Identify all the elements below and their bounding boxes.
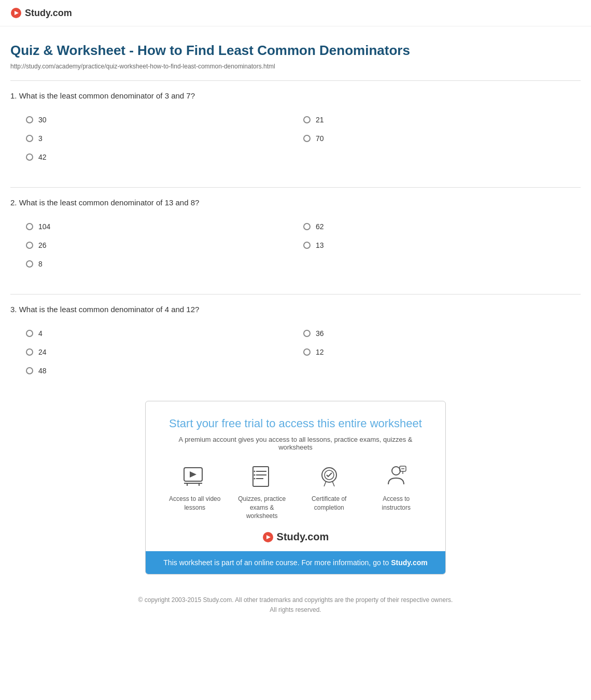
- question-3-options: 4 36 24 12 48: [26, 324, 581, 380]
- option-label: 3: [38, 134, 43, 143]
- radio-q3-12[interactable]: [303, 348, 311, 356]
- question-1-options: 30 21 3 70 42: [26, 110, 581, 166]
- instructor-icon: [383, 464, 409, 489]
- option-q3-48[interactable]: 48: [26, 361, 303, 380]
- option-q3-4[interactable]: 4: [26, 324, 303, 343]
- question-1-text: 1. What is the least common denominator …: [10, 91, 581, 100]
- question-2-options: 104 62 26 13 8: [26, 217, 581, 273]
- option-q3-12[interactable]: 12: [303, 343, 581, 361]
- radio-q2-26[interactable]: [26, 242, 33, 249]
- cta-banner-link[interactable]: Study.com: [391, 558, 428, 567]
- cta-subtitle: A premium account gives you access to al…: [161, 436, 430, 451]
- cta-feature-certificate: Certificate of completion: [301, 464, 358, 521]
- logo-icon: [10, 7, 22, 19]
- option-label: 21: [316, 116, 324, 124]
- option-label: 24: [38, 348, 47, 356]
- option-q3-24[interactable]: 24: [26, 343, 303, 361]
- option-label: 30: [38, 116, 47, 124]
- certificate-icon: [316, 464, 342, 489]
- option-label: 8: [38, 260, 43, 268]
- option-label: 13: [316, 241, 324, 249]
- logo[interactable]: Study.com: [10, 7, 581, 19]
- cta-title: Start your free trial to access this ent…: [161, 417, 430, 430]
- option-label: 70: [316, 134, 324, 143]
- radio-q1-3[interactable]: [26, 135, 33, 142]
- option-q2-26[interactable]: 26: [26, 236, 303, 255]
- list-icon: [249, 464, 275, 489]
- option-label: 62: [316, 222, 324, 231]
- cta-feature-video-label: Access to all video lessons: [166, 495, 223, 512]
- svg-line-17: [332, 481, 334, 486]
- option-q2-8[interactable]: 8: [26, 255, 303, 273]
- logo-text: Study.com: [25, 8, 72, 19]
- option-q2-62[interactable]: 62: [303, 217, 581, 236]
- radio-q3-4[interactable]: [26, 330, 33, 337]
- option-label: 26: [38, 241, 47, 249]
- cta-feature-certificate-label: Certificate of completion: [301, 495, 358, 512]
- cta-logo-icon: [262, 531, 274, 543]
- svg-line-16: [324, 481, 326, 486]
- radio-q2-104[interactable]: [26, 223, 33, 230]
- option-q1-70[interactable]: 70: [303, 129, 581, 148]
- cta-feature-instructors: Access to instructors: [368, 464, 425, 521]
- question-3: 3. What is the least common denominator …: [10, 305, 581, 380]
- cta-logo: Study.com: [161, 531, 430, 543]
- radio-q2-13[interactable]: [303, 242, 311, 249]
- footer-text2: All rights reserved.: [21, 605, 570, 615]
- divider-q1: [10, 187, 581, 188]
- option-label: 12: [316, 348, 324, 356]
- svg-point-18: [392, 467, 400, 475]
- divider-top: [10, 80, 581, 81]
- footer-text: © copyright 2003-2015 Study.com. All oth…: [21, 595, 570, 605]
- option-label: 36: [316, 329, 324, 338]
- option-q2-13[interactable]: 13: [303, 236, 581, 255]
- radio-q3-24[interactable]: [26, 348, 33, 356]
- cta-container: Start your free trial to access this ent…: [10, 401, 581, 575]
- option-label: 42: [38, 153, 47, 161]
- cta-banner: This worksheet is part of an online cour…: [146, 551, 445, 574]
- page-url: http://study.com/academy/practice/quiz-w…: [10, 63, 581, 70]
- option-q1-42[interactable]: 42: [26, 148, 303, 166]
- radio-q2-8[interactable]: [26, 260, 33, 268]
- svg-marker-3: [190, 471, 196, 478]
- radio-q3-48[interactable]: [26, 367, 33, 374]
- option-q1-30[interactable]: 30: [26, 110, 303, 129]
- question-1: 1. What is the least common denominator …: [10, 91, 581, 166]
- radio-q1-42[interactable]: [26, 153, 33, 161]
- main-content: Quiz & Worksheet - How to Find Least Com…: [0, 26, 591, 636]
- radio-q1-70[interactable]: [303, 135, 311, 142]
- svg-rect-7: [253, 467, 269, 486]
- svg-point-13: [254, 478, 256, 479]
- option-label: 48: [38, 367, 47, 375]
- question-3-text: 3. What is the least common denominator …: [10, 305, 581, 314]
- video-icon: [182, 464, 208, 489]
- cta-feature-instructors-label: Access to instructors: [368, 495, 425, 512]
- option-q1-21[interactable]: 21: [303, 110, 581, 129]
- cta-logo-text: Study.com: [277, 531, 329, 543]
- cta-features: Access to all video lessons Quizzes, pra…: [161, 464, 430, 521]
- radio-q1-21[interactable]: [303, 116, 311, 123]
- cta-feature-video: Access to all video lessons: [166, 464, 223, 521]
- radio-q2-62[interactable]: [303, 223, 311, 230]
- radio-q1-30[interactable]: [26, 116, 33, 123]
- question-2-text: 2. What is the least common denominator …: [10, 198, 581, 207]
- option-q2-104[interactable]: 104: [26, 217, 303, 236]
- option-q3-36[interactable]: 36: [303, 324, 581, 343]
- footer: © copyright 2003-2015 Study.com. All oth…: [10, 585, 581, 625]
- radio-q3-36[interactable]: [303, 330, 311, 337]
- cta-box: Start your free trial to access this ent…: [145, 401, 446, 575]
- question-2: 2. What is the least common denominator …: [10, 198, 581, 273]
- cta-feature-quizzes: Quizzes, practice exams & worksheets: [233, 464, 290, 521]
- svg-point-11: [254, 470, 256, 472]
- option-label: 104: [38, 222, 50, 231]
- option-label: 4: [38, 329, 43, 338]
- header: Study.com: [0, 0, 591, 26]
- option-q1-3[interactable]: 3: [26, 129, 303, 148]
- cta-banner-text: This worksheet is part of an online cour…: [163, 558, 391, 567]
- cta-feature-quizzes-label: Quizzes, practice exams & worksheets: [233, 495, 290, 521]
- svg-point-12: [254, 474, 256, 475]
- divider-q2: [10, 294, 581, 295]
- page-title: Quiz & Worksheet - How to Find Least Com…: [10, 42, 581, 60]
